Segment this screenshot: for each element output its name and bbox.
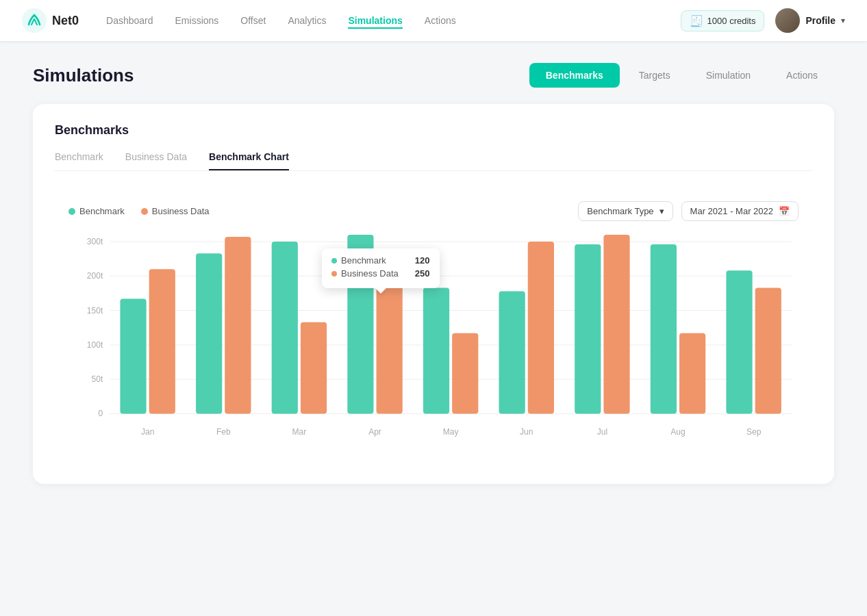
svg-text:Mar: Mar (292, 427, 307, 437)
nav-emissions[interactable]: Emissions (175, 12, 219, 29)
chart-header: Benchmark Business Data Benchmark Type ▾… (68, 201, 799, 221)
legend-benchmark-label: Benchmark (79, 206, 125, 216)
legend-business-label: Business Data (152, 206, 210, 216)
chart-container: Benchmark Business Data Benchmark Type ▾… (55, 188, 812, 465)
calendar-icon: 📅 (779, 206, 790, 216)
tab-benchmarks[interactable]: Benchmarks (529, 63, 620, 88)
page-header: Simulations Benchmarks Targets Simulatio… (33, 63, 834, 88)
svg-rect-32 (603, 235, 629, 413)
svg-rect-35 (679, 333, 705, 414)
nav-simulations[interactable]: Simulations (348, 12, 402, 29)
credits-amount: 1000 credits (707, 16, 756, 26)
bar-chart-svg: 300t 200t 150t 100t 50t 0 Jan Feb (68, 235, 799, 448)
tab-actions[interactable]: Actions (770, 63, 834, 88)
svg-text:Sep: Sep (746, 427, 762, 437)
nav-actions[interactable]: Actions (425, 12, 456, 29)
svg-rect-14 (149, 269, 175, 413)
tab-simulation[interactable]: Simulation (690, 63, 767, 88)
svg-text:200t: 200t (87, 271, 103, 281)
profile-menu[interactable]: Profile ▾ (775, 8, 845, 33)
svg-text:Feb: Feb (216, 427, 231, 437)
sub-tab-benchmark[interactable]: Benchmark (55, 151, 103, 170)
svg-rect-31 (575, 244, 601, 413)
page-tabs: Benchmarks Targets Simulation Actions (529, 63, 834, 88)
benchmark-type-label: Benchmark Type (587, 206, 653, 216)
svg-rect-28 (499, 291, 525, 413)
svg-text:100t: 100t (87, 340, 103, 350)
svg-rect-17 (225, 237, 251, 413)
svg-rect-38 (755, 287, 781, 413)
legend-benchmark: Benchmark (68, 206, 125, 216)
benchmark-type-select[interactable]: Benchmark Type ▾ (578, 201, 673, 221)
chevron-down-icon: ▾ (659, 206, 664, 216)
logo[interactable]: Net0 (22, 8, 79, 33)
svg-text:Jan: Jan (141, 427, 154, 437)
nav-dashboard[interactable]: Dashboard (106, 12, 153, 29)
legend-business-dot (141, 208, 148, 215)
svg-rect-26 (452, 333, 478, 414)
sub-tab-business-data[interactable]: Business Data (125, 151, 187, 170)
svg-rect-20 (301, 322, 327, 414)
svg-rect-22 (347, 235, 373, 413)
svg-rect-16 (196, 253, 222, 413)
svg-rect-19 (272, 242, 298, 413)
date-range-picker[interactable]: Mar 2021 - Mar 2022 📅 (681, 201, 799, 221)
svg-text:Apr: Apr (368, 427, 381, 437)
nav-right: 🧾 1000 credits Profile ▾ (681, 8, 845, 33)
svg-text:Jul: Jul (597, 427, 607, 437)
nav-analytics[interactable]: Analytics (288, 12, 326, 29)
svg-text:300t: 300t (87, 237, 103, 246)
svg-text:Jun: Jun (520, 427, 533, 437)
brand-name: Net0 (52, 14, 79, 28)
profile-name: Profile (805, 15, 835, 26)
avatar (775, 8, 800, 33)
sub-tab-benchmark-chart[interactable]: Benchmark Chart (209, 151, 289, 170)
chart-area: Benchmark 120 Business Data 250 (68, 235, 799, 451)
svg-rect-25 (423, 287, 449, 413)
credits-icon: 🧾 (690, 14, 703, 27)
page-title: Simulations (33, 65, 134, 86)
nav-links: Dashboard Emissions Offset Analytics Sim… (106, 12, 681, 29)
chart-legend: Benchmark Business Data (68, 206, 210, 216)
svg-rect-13 (120, 299, 146, 414)
svg-text:May: May (443, 427, 459, 437)
legend-business-data: Business Data (141, 206, 210, 216)
tab-targets[interactable]: Targets (623, 63, 687, 88)
nav-offset[interactable]: Offset (240, 12, 266, 29)
main-content: Simulations Benchmarks Targets Simulatio… (0, 41, 867, 506)
svg-rect-37 (726, 270, 752, 413)
sub-tabs: Benchmark Business Data Benchmark Chart (55, 151, 812, 171)
svg-text:Aug: Aug (670, 427, 685, 437)
date-range-label: Mar 2021 - Mar 2022 (690, 206, 773, 216)
svg-rect-29 (528, 242, 554, 413)
card-title: Benchmarks (55, 123, 812, 138)
benchmarks-card: Benchmarks Benchmark Business Data Bench… (33, 104, 834, 484)
svg-rect-23 (377, 276, 403, 413)
chevron-down-icon: ▾ (841, 16, 845, 25)
credits-badge: 🧾 1000 credits (681, 10, 765, 31)
svg-text:0: 0 (99, 409, 103, 418)
svg-rect-34 (651, 244, 677, 413)
svg-text:150t: 150t (87, 306, 103, 316)
svg-point-0 (22, 8, 47, 33)
chart-controls: Benchmark Type ▾ Mar 2021 - Mar 2022 📅 (578, 201, 799, 221)
svg-text:50t: 50t (92, 374, 103, 384)
legend-benchmark-dot (68, 208, 75, 215)
